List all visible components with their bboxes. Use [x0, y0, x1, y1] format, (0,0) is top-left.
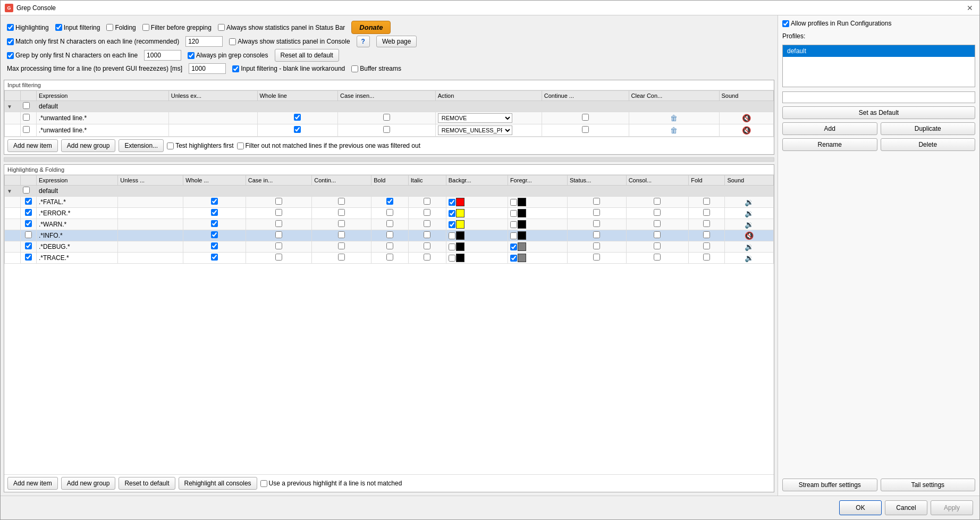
set-as-default-button[interactable]: Set as Default — [782, 106, 975, 119]
if-extension-button[interactable]: Extension... — [119, 139, 164, 152]
hl-warn-enabled[interactable] — [21, 219, 37, 230]
hl-info-sound[interactable]: 🔇 — [725, 230, 774, 241]
hl-fatal-bold[interactable] — [371, 197, 409, 208]
trash-icon-1[interactable]: 🗑 — [670, 114, 678, 122]
hl-error-console[interactable] — [626, 208, 689, 219]
input-filtering-checkbox-label[interactable]: Input filtering — [55, 24, 100, 31]
always-show-stats-bar-checkbox[interactable] — [218, 24, 225, 31]
hl-group-checkbox[interactable] — [23, 187, 30, 194]
filter-not-matched-checkbox[interactable] — [237, 142, 244, 149]
hl-info-whole[interactable] — [183, 230, 246, 241]
help-button[interactable]: ? — [357, 36, 370, 47]
hl-debug-fg[interactable] — [508, 241, 567, 253]
filter-not-matched-label[interactable]: Filter out not matched lines if the prev… — [237, 139, 421, 152]
hl-info-fold[interactable] — [689, 230, 725, 241]
debug-fg-swatch[interactable] — [518, 242, 526, 251]
hl-info-fg[interactable] — [508, 230, 567, 241]
if-row1-enabled[interactable] — [21, 112, 37, 124]
hl-trace-whole[interactable] — [183, 253, 246, 264]
ok-button[interactable]: OK — [839, 500, 882, 515]
donate-button[interactable]: Donate — [351, 21, 391, 34]
hl-trace-bg[interactable] — [446, 253, 508, 264]
hl-info-enabled[interactable] — [21, 230, 37, 241]
hl-info-continue[interactable] — [312, 230, 371, 241]
hl-info-bold[interactable] — [371, 230, 409, 241]
info-bg-swatch[interactable] — [456, 231, 464, 240]
hl-info-bg[interactable] — [446, 230, 508, 241]
highlighting-checkbox-label[interactable]: Highlighting — [7, 24, 49, 31]
hl-group-checkbox-cell[interactable] — [21, 186, 37, 197]
warn-bg-swatch[interactable] — [456, 220, 464, 229]
hl-warn-bold[interactable] — [371, 219, 409, 230]
hl-trace-case[interactable] — [246, 253, 311, 264]
hl-debug-continue[interactable] — [312, 241, 371, 253]
hl-add-group-button[interactable]: Add new group — [61, 477, 116, 490]
hl-error-sound[interactable]: 🔉 — [725, 208, 774, 219]
hl-add-item-button[interactable]: Add new item — [7, 477, 58, 490]
hl-trace-fold[interactable] — [689, 253, 725, 264]
duplicate-profile-button[interactable]: Duplicate — [881, 122, 976, 135]
if-row2-whole[interactable] — [257, 124, 338, 137]
use-previous-highlight-checkbox[interactable] — [260, 480, 267, 487]
delete-profile-button[interactable]: Delete — [881, 138, 976, 151]
hl-debug-whole[interactable] — [183, 241, 246, 253]
hl-warn-fg[interactable] — [508, 219, 567, 230]
add-profile-button[interactable]: Add — [782, 122, 877, 135]
hl-error-continue[interactable] — [312, 208, 371, 219]
warn-fg-swatch[interactable] — [518, 220, 526, 229]
input-filtering-blank-checkbox[interactable] — [232, 65, 239, 72]
grep-first-n-checkbox[interactable] — [7, 52, 14, 59]
hl-rehighlight-button[interactable]: Rehighlight all consoles — [179, 477, 257, 490]
hl-fatal-whole[interactable] — [183, 197, 246, 208]
if-row2-action[interactable]: REMOVE_UNLESS_PREVIOU... — [435, 124, 542, 137]
hl-trace-sound[interactable]: 🔉 — [725, 253, 774, 264]
if-row1-continue[interactable] — [542, 112, 629, 124]
hl-warn-fold[interactable] — [689, 219, 725, 230]
hl-warn-status[interactable] — [567, 219, 626, 230]
hl-error-fold[interactable] — [689, 208, 725, 219]
hl-fatal-fg[interactable] — [508, 197, 567, 208]
hl-error-case[interactable] — [246, 208, 311, 219]
hl-trace-continue[interactable] — [312, 253, 371, 264]
always-show-stats-console-label[interactable]: Always show statistics panel in Console — [229, 38, 350, 45]
hl-error-whole[interactable] — [183, 208, 246, 219]
hl-warn-console[interactable] — [626, 219, 689, 230]
filter-before-grepping-checkbox[interactable] — [142, 24, 149, 31]
profile-name-input[interactable] — [782, 91, 975, 103]
if-row2-enabled[interactable] — [21, 124, 37, 137]
hl-info-console[interactable] — [626, 230, 689, 241]
hl-error-italic[interactable] — [408, 208, 446, 219]
hl-fatal-fold[interactable] — [689, 197, 725, 208]
trace-fg-swatch[interactable] — [518, 254, 526, 262]
hl-warn-italic[interactable] — [408, 219, 446, 230]
hl-fatal-bg[interactable] — [446, 197, 508, 208]
test-highlighters-checkbox[interactable] — [167, 142, 174, 149]
filter-before-grepping-label[interactable]: Filter before grepping — [142, 24, 212, 31]
hl-debug-bg[interactable] — [446, 241, 508, 253]
always-show-stats-bar-label[interactable]: Always show statistics panel in Status B… — [218, 24, 345, 31]
match-first-n-label[interactable]: Match only first N characters on each li… — [7, 38, 179, 45]
hl-info-case[interactable] — [246, 230, 311, 241]
hl-reset-button[interactable]: Reset to default — [119, 477, 175, 490]
always-show-stats-console-checkbox[interactable] — [229, 38, 236, 45]
hl-fatal-enabled[interactable] — [21, 197, 37, 208]
hl-debug-console[interactable] — [626, 241, 689, 253]
hl-trace-italic[interactable] — [408, 253, 446, 264]
stream-buffer-button[interactable]: Stream buffer settings — [782, 479, 877, 491]
allow-profiles-checkbox[interactable] — [782, 20, 789, 27]
hl-trace-bold[interactable] — [371, 253, 409, 264]
hl-debug-italic[interactable] — [408, 241, 446, 253]
if-row2-case[interactable] — [338, 124, 436, 137]
hl-warn-continue[interactable] — [312, 219, 371, 230]
trash-icon-2[interactable]: 🗑 — [670, 126, 678, 135]
grep-first-n-input[interactable] — [144, 50, 181, 61]
if-row1-action[interactable]: REMOVE — [435, 112, 542, 124]
hl-error-fg[interactable] — [508, 208, 567, 219]
hl-trace-enabled[interactable] — [21, 253, 37, 264]
if-add-item-button[interactable]: Add new item — [7, 139, 58, 152]
input-filtering-blank-label[interactable]: Input filtering - blank line workaround — [232, 65, 345, 72]
if-row2-sound[interactable]: 🔇 — [719, 124, 774, 137]
profile-default[interactable]: default — [783, 45, 975, 57]
hl-fatal-status[interactable] — [567, 197, 626, 208]
hl-fatal-console[interactable] — [626, 197, 689, 208]
